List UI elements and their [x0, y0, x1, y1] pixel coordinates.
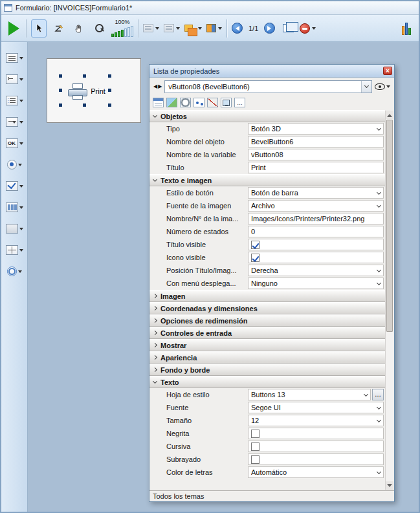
- variable-name-field[interactable]: vButton08: [248, 149, 384, 160]
- print-button-object[interactable]: Print: [63, 77, 111, 105]
- section-header-redimension[interactable]: Opciones de redimensión: [149, 314, 385, 327]
- input-tool[interactable]: [6, 72, 23, 85]
- chevron-down-icon[interactable]: [19, 57, 23, 61]
- popup-menu-dropdown[interactable]: Ninguno: [248, 278, 384, 289]
- checkbox[interactable]: [251, 254, 260, 262]
- stylesheet-ellipsis-button[interactable]: …: [372, 389, 384, 400]
- align-dropdown-button[interactable]: [143, 19, 159, 38]
- run-form-button[interactable]: [6, 19, 21, 38]
- chevron-down-icon[interactable]: [19, 206, 23, 211]
- selection-handle[interactable]: [59, 74, 62, 78]
- states-count-field[interactable]: 0: [248, 226, 384, 237]
- close-button[interactable]: ×: [383, 67, 392, 75]
- image-source-dropdown[interactable]: Archivo: [248, 200, 384, 212]
- font-color-dropdown[interactable]: Automático: [248, 466, 384, 478]
- section-header-fondo-y-borde[interactable]: Fondo y borde: [149, 364, 385, 376]
- level-dropdown-button[interactable]: [184, 19, 202, 38]
- checkbox[interactable]: [251, 442, 260, 451]
- distribute-dropdown-button[interactable]: [164, 19, 180, 38]
- chevron-down-icon[interactable]: [19, 142, 23, 147]
- selection-handle[interactable]: [59, 89, 62, 92]
- next-object-button[interactable]: ▶: [158, 83, 162, 89]
- selection-handle[interactable]: [108, 74, 111, 78]
- chevron-down-icon[interactable]: [18, 270, 22, 275]
- scrollbar-thumb[interactable]: [386, 120, 393, 332]
- pan-tool-button[interactable]: [71, 19, 87, 38]
- chevron-down-icon[interactable]: [19, 121, 23, 126]
- tipo-dropdown[interactable]: Botón 3D: [248, 123, 384, 135]
- tab-more[interactable]: …: [234, 98, 245, 107]
- checkbox-tool[interactable]: [6, 179, 23, 192]
- section-header-apariencia[interactable]: Apariencia: [149, 351, 385, 364]
- tab-settings[interactable]: [180, 98, 191, 107]
- stylesheet-dropdown[interactable]: Buttons 13: [248, 389, 371, 400]
- font-size-dropdown[interactable]: 12: [248, 415, 384, 426]
- radio-tool[interactable]: [7, 158, 22, 171]
- insert-object-tool-button[interactable]: [51, 19, 67, 38]
- chevron-down-icon[interactable]: [19, 185, 23, 190]
- selection-handle[interactable]: [108, 104, 111, 107]
- title-field[interactable]: Print: [248, 162, 384, 173]
- tab-control-tool[interactable]: [7, 265, 22, 278]
- tab-events[interactable]: [193, 98, 204, 107]
- section-header-texto[interactable]: Texto: [149, 376, 385, 388]
- tab-image[interactable]: [166, 98, 177, 107]
- selection-handle[interactable]: [59, 104, 62, 107]
- combo-arrow[interactable]: [361, 81, 371, 93]
- rectangle-tool[interactable]: [6, 222, 23, 235]
- checkbox[interactable]: [251, 241, 260, 249]
- zoom-bars-icon[interactable]: [111, 26, 133, 37]
- combobox-tool[interactable]: [6, 115, 23, 128]
- object-selector-combobox[interactable]: vButton08 (BevelButton6): [164, 80, 372, 93]
- selection-handle[interactable]: [108, 89, 111, 92]
- buttongrid-tool[interactable]: [6, 201, 23, 213]
- panel-scrollbar[interactable]: [385, 111, 393, 490]
- next-page-button[interactable]: [264, 23, 275, 34]
- title-position-dropdown[interactable]: Derecha: [248, 265, 384, 276]
- selection-handle[interactable]: [83, 104, 86, 107]
- zoom-tool-button[interactable]: [91, 19, 107, 38]
- checkbox[interactable]: [251, 430, 260, 438]
- duplicate-dropdown-button[interactable]: [206, 19, 222, 38]
- italic-checkbox-cell[interactable]: [248, 441, 384, 452]
- section-header-controles-entrada[interactable]: Controles de entrada: [149, 327, 385, 339]
- button-tool[interactable]: OK: [6, 136, 23, 149]
- themes-filter[interactable]: Todos los temas: [149, 490, 394, 501]
- chevron-down-icon[interactable]: [18, 164, 22, 168]
- zoom-control[interactable]: 100%: [111, 19, 133, 37]
- chevron-down-icon[interactable]: [19, 228, 23, 232]
- visibility-dropdown-button[interactable]: [375, 83, 390, 90]
- button-style-dropdown[interactable]: Botón de barra: [248, 187, 384, 199]
- object-name-field[interactable]: BevelButton6: [248, 136, 384, 147]
- section-header-imagen[interactable]: Imagen: [149, 290, 385, 302]
- chevron-down-icon[interactable]: [19, 100, 23, 104]
- scroll-up-button[interactable]: [386, 111, 393, 119]
- chevron-down-icon[interactable]: [19, 78, 23, 83]
- form-page[interactable]: Print: [47, 58, 141, 123]
- design-area[interactable]: Print Lista de propiedades × ◀ ▶ vButton…: [28, 42, 419, 512]
- tab-chart[interactable]: [207, 98, 218, 107]
- windows-button[interactable]: [280, 19, 295, 38]
- text-tool[interactable]: [6, 51, 23, 64]
- panel-title-bar[interactable]: Lista de propiedades ×: [149, 65, 394, 78]
- tab-display[interactable]: [221, 98, 232, 107]
- listbox-tool[interactable]: [6, 94, 23, 107]
- icon-visible-checkbox-cell[interactable]: [248, 252, 384, 263]
- select-tool-button[interactable]: [31, 19, 47, 38]
- scroll-down-button[interactable]: [386, 481, 393, 490]
- title-visible-checkbox-cell[interactable]: [248, 239, 384, 250]
- tab-properties[interactable]: [153, 98, 164, 107]
- splitter-tool[interactable]: [6, 243, 23, 256]
- section-header-mostrar[interactable]: Mostrar: [149, 339, 385, 351]
- chevron-down-icon[interactable]: [19, 249, 23, 254]
- section-header-texto-e-imagen[interactable]: Texto e imagen: [149, 174, 385, 186]
- entry-order-dropdown-button[interactable]: [300, 19, 316, 38]
- font-dropdown[interactable]: Segoe UI: [248, 402, 384, 413]
- bold-checkbox-cell[interactable]: [248, 428, 384, 439]
- checkbox[interactable]: [251, 455, 260, 464]
- image-path-field[interactable]: Images/Icons/Printers/Printer32.png: [248, 213, 384, 224]
- underline-checkbox-cell[interactable]: [248, 453, 384, 465]
- fields-list-button[interactable]: [399, 19, 414, 38]
- section-header-coordenadas[interactable]: Coordenadas y dimensiones: [149, 302, 385, 314]
- section-header-objetos[interactable]: Objetos: [149, 110, 385, 122]
